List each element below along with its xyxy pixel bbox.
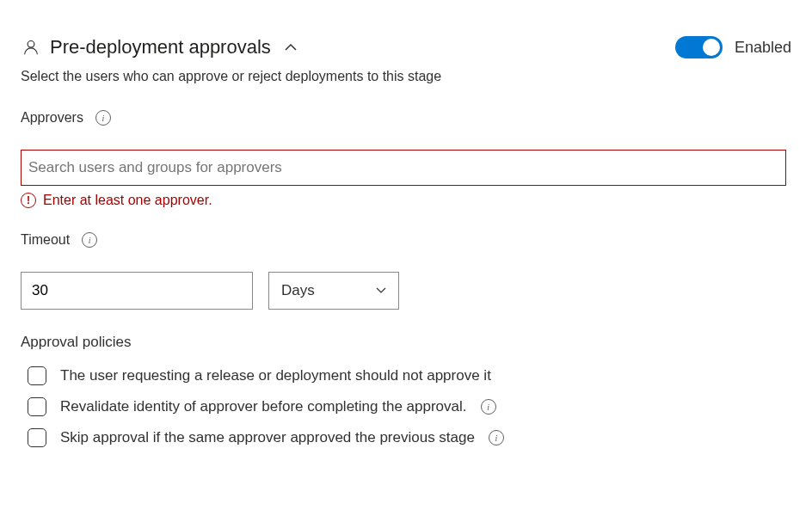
policy-text: Revalidate identity of approver before c…	[60, 398, 467, 415]
chevron-up-icon[interactable]	[285, 41, 297, 53]
info-icon[interactable]: i	[489, 430, 504, 445]
policy-checkbox-revalidate[interactable]	[28, 397, 46, 416]
toggle-knob	[703, 39, 720, 56]
timeout-unit-value: Days	[281, 282, 315, 299]
header-left: Pre-deployment approvals	[21, 36, 297, 58]
timeout-label-row: Timeout i	[21, 232, 791, 248]
approvers-search-input[interactable]	[21, 150, 786, 186]
info-icon[interactable]: i	[95, 110, 111, 126]
toggle-label: Enabled	[735, 39, 791, 57]
approvers-label-row: Approvers i	[21, 110, 791, 126]
policy-row-revalidate: Revalidate identity of approver before c…	[21, 397, 791, 416]
approvers-label: Approvers	[21, 110, 83, 126]
policy-checkbox-skip[interactable]	[28, 428, 46, 447]
policy-text: Skip approval if the same approver appro…	[60, 429, 475, 446]
timeout-label: Timeout	[21, 232, 70, 248]
enabled-toggle[interactable]	[675, 36, 723, 58]
timeout-unit-select[interactable]: Days	[268, 272, 399, 310]
svg-point-0	[28, 40, 34, 47]
error-icon: !	[21, 193, 36, 208]
info-icon[interactable]: i	[481, 399, 496, 415]
timeout-value-input[interactable]	[21, 272, 253, 310]
policy-row-requester: The user requesting a release or deploym…	[21, 366, 791, 385]
policy-row-skip: Skip approval if the same approver appro…	[21, 428, 791, 447]
chevron-down-icon	[376, 286, 386, 296]
policies-title: Approval policies	[21, 334, 791, 351]
section-subtitle: Select the users who can approve or reje…	[21, 69, 791, 84]
person-icon	[21, 37, 41, 58]
policy-checkbox-requester[interactable]	[28, 366, 46, 385]
section-header: Pre-deployment approvals Enabled	[21, 36, 791, 58]
approvers-error-row: ! Enter at least one approver.	[21, 193, 791, 208]
timeout-inputs: Days	[21, 272, 791, 310]
enabled-toggle-group: Enabled	[675, 36, 791, 58]
info-icon[interactable]: i	[82, 232, 97, 248]
policy-text: The user requesting a release or deploym…	[60, 367, 491, 384]
approvers-error-text: Enter at least one approver.	[43, 193, 212, 208]
section-title: Pre-deployment approvals	[50, 36, 271, 58]
